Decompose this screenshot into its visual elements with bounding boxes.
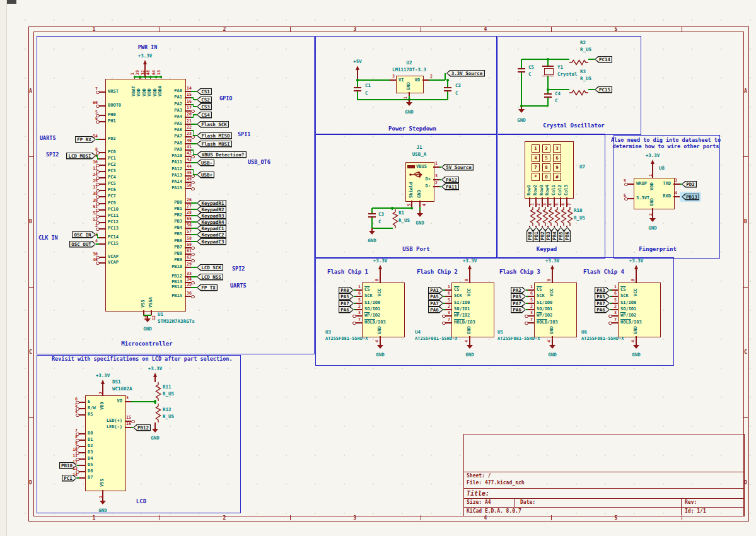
reference-designator[interactable]: U3 bbox=[325, 330, 331, 335]
wire-segment[interactable] bbox=[191, 221, 197, 222]
wire-segment[interactable] bbox=[521, 73, 521, 107]
global-label-5v-source[interactable]: 5V Source bbox=[441, 164, 474, 171]
wire-segment[interactable] bbox=[191, 143, 197, 144]
wire-segment[interactable] bbox=[521, 59, 569, 59]
power-symbol[interactable] bbox=[652, 163, 653, 172]
keypad-key-2[interactable]: 2 bbox=[542, 144, 550, 153]
resistor[interactable] bbox=[557, 207, 564, 226]
wire-segment[interactable] bbox=[371, 208, 372, 213]
wire-segment[interactable] bbox=[588, 59, 595, 59]
wire-segment[interactable] bbox=[610, 289, 612, 290]
section-box-lcd[interactable] bbox=[37, 355, 241, 513]
resistor[interactable] bbox=[569, 86, 588, 93]
wire-segment[interactable] bbox=[443, 296, 445, 296]
global-label-pa5[interactable]: PA5 bbox=[339, 293, 354, 300]
bus-annotation[interactable]: SPI1 bbox=[238, 132, 250, 137]
text-note[interactable]: determine how to wire other ports bbox=[613, 144, 719, 149]
global-label-flash-miso[interactable]: Flash MISO bbox=[197, 132, 232, 139]
text-note[interactable]: PWR IN bbox=[138, 45, 158, 50]
keypad-key-4[interactable]: 4 bbox=[532, 154, 540, 162]
global-label-pb3[interactable]: PB3 bbox=[545, 227, 552, 242]
component-value[interactable]: R_US bbox=[574, 216, 585, 221]
power-symbol[interactable] bbox=[102, 383, 103, 389]
wire-segment[interactable] bbox=[191, 202, 197, 203]
component-value[interactable]: R_US bbox=[398, 218, 410, 223]
component-value[interactable]: R_US bbox=[163, 392, 174, 397]
ground-symbol[interactable] bbox=[369, 231, 375, 235]
global-label-keypadc2[interactable]: KeypadC2 bbox=[197, 231, 226, 238]
crystal[interactable] bbox=[544, 68, 554, 75]
reference-designator[interactable]: C4 bbox=[555, 91, 561, 96]
kicad-schematic-canvas[interactable]: Sheet: / File: 477.kicad_sch Title: Size… bbox=[0, 0, 756, 536]
wire-segment[interactable] bbox=[354, 296, 356, 296]
bus-annotation[interactable]: CLK IN bbox=[38, 235, 58, 241]
wire-segment[interactable] bbox=[191, 241, 197, 242]
reference-designator[interactable]: R3 bbox=[580, 69, 586, 74]
wire-segment[interactable] bbox=[429, 79, 445, 80]
wire-segment[interactable] bbox=[443, 303, 445, 303]
wire-segment[interactable] bbox=[447, 80, 448, 87]
component-value[interactable]: Crystal bbox=[557, 72, 578, 77]
resistor[interactable] bbox=[564, 207, 570, 226]
wire-segment[interactable] bbox=[191, 287, 197, 288]
wire-segment[interactable] bbox=[357, 80, 358, 87]
global-label-pc1[interactable]: PC1 bbox=[62, 475, 77, 482]
global-label-pb4[interactable]: PB4 bbox=[551, 227, 558, 242]
text-note[interactable]: Also need to dig into datasheet to bbox=[611, 137, 721, 143]
wire-segment[interactable] bbox=[443, 309, 445, 310]
wire-segment[interactable] bbox=[521, 105, 549, 106]
global-label-cs2[interactable]: CS2 bbox=[197, 96, 212, 103]
ground-symbol[interactable] bbox=[417, 213, 423, 217]
reference-designator[interactable]: U5 bbox=[497, 330, 503, 335]
keypad-key-*[interactable]: * bbox=[532, 173, 540, 181]
wire-segment[interactable] bbox=[526, 309, 528, 310]
reference-designator[interactable]: U2 bbox=[406, 61, 412, 66]
wire-segment[interactable] bbox=[547, 76, 548, 90]
wire-segment[interactable] bbox=[191, 215, 197, 216]
global-label-pa5[interactable]: PA5 bbox=[511, 293, 526, 300]
global-label-pa6[interactable]: PA6 bbox=[595, 306, 610, 313]
global-label-pb0[interactable]: PB0 bbox=[526, 227, 533, 242]
global-label-pb1[interactable]: PB1 bbox=[533, 227, 540, 242]
global-label-flash-sck[interactable]: Flash SCK bbox=[197, 121, 229, 128]
wire-segment[interactable] bbox=[193, 106, 197, 107]
wire-segment[interactable] bbox=[548, 89, 569, 90]
global-label-fp-tx[interactable]: FP TX bbox=[197, 284, 218, 291]
ground-symbol[interactable] bbox=[377, 345, 383, 349]
keypad-key-5[interactable]: 5 bbox=[542, 154, 550, 162]
wire-segment[interactable] bbox=[526, 303, 528, 303]
wire-segment[interactable] bbox=[521, 59, 521, 68]
component-value[interactable]: C bbox=[378, 219, 381, 224]
wire-segment[interactable] bbox=[191, 162, 197, 163]
keypad-key-6[interactable]: 6 bbox=[553, 154, 561, 162]
ground-symbol[interactable] bbox=[549, 345, 555, 349]
wire-segment[interactable] bbox=[588, 89, 595, 90]
keypad-key-1[interactable]: 1 bbox=[532, 144, 540, 153]
power-symbol[interactable] bbox=[552, 269, 552, 276]
wire-segment[interactable] bbox=[358, 99, 448, 100]
bus-annotation[interactable]: GPIO bbox=[219, 96, 232, 102]
wire-segment[interactable] bbox=[526, 296, 528, 296]
global-label-pa11[interactable]: PA11 bbox=[441, 184, 459, 190]
reference-designator[interactable]: R12 bbox=[163, 407, 172, 412]
bus-annotation[interactable]: USB_OTG bbox=[248, 160, 270, 165]
global-label-3-3v-source[interactable]: 3.3V Source bbox=[446, 70, 485, 77]
wire-segment[interactable] bbox=[191, 276, 197, 277]
reference-designator[interactable]: U8 bbox=[659, 166, 665, 171]
wire-segment[interactable] bbox=[131, 401, 155, 402]
component-value[interactable]: LM1117DT-3.3 bbox=[392, 67, 426, 73]
component-value[interactable]: C bbox=[528, 72, 532, 77]
bus-annotation[interactable]: UART5 bbox=[40, 136, 56, 141]
reference-designator[interactable]: Y1 bbox=[557, 65, 563, 70]
global-label-pa6[interactable]: PA6 bbox=[339, 306, 354, 313]
capacitor[interactable] bbox=[518, 68, 525, 69]
ground-symbol[interactable] bbox=[649, 218, 656, 222]
global-label-pd2[interactable]: PD2 bbox=[682, 181, 697, 188]
wire-segment[interactable] bbox=[610, 303, 612, 303]
resistor[interactable] bbox=[526, 207, 533, 226]
wire-segment[interactable] bbox=[191, 234, 197, 235]
keypad-key-#[interactable]: # bbox=[553, 173, 561, 181]
wire-segment[interactable] bbox=[354, 289, 356, 290]
wire-segment[interactable] bbox=[193, 114, 197, 115]
ground-symbol[interactable] bbox=[144, 318, 151, 322]
